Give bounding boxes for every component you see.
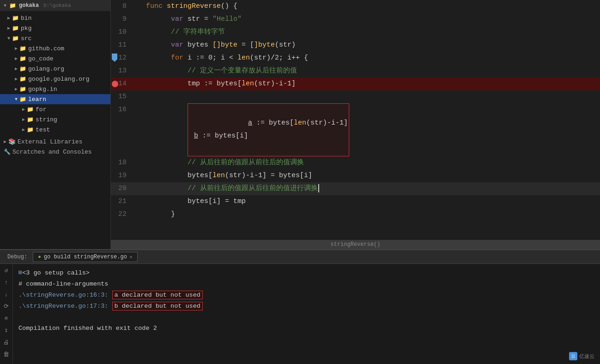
sidebar-item-gopkg[interactable]: ▶ 📁 gopkg.in	[0, 84, 110, 94]
sidebar: ▼ 📁 gokaka D:\gokaka ▶ 📁 bin ▶ 📁 pkg ▼ 📁	[0, 0, 111, 249]
folder-icon: 📁	[27, 126, 34, 133]
watermark: 云 亿速云	[569, 352, 594, 360]
editor-area: 8 func stringReverse() { 9 var str = "He…	[111, 0, 600, 249]
item-label: External Libraries	[18, 138, 82, 145]
sidebar-item-for[interactable]: ▶ 📁 for	[0, 104, 110, 114]
item-label: Scratches and Consoles	[12, 149, 92, 155]
sidebar-item-go-code[interactable]: ▶ 📁 go_code	[0, 54, 110, 64]
line-content[interactable]: }	[134, 208, 600, 221]
status-bar: stringReverse()	[111, 240, 600, 249]
error-link-1[interactable]: .\stringReverse.go:16:3:	[18, 290, 108, 301]
project-folder-icon: 📁	[9, 2, 16, 9]
toolbar-btn-print[interactable]: 🖨	[2, 338, 11, 347]
item-label: pkg	[21, 25, 31, 32]
arrow-icon: ▶	[22, 107, 25, 112]
toolbar-btn-scroll[interactable]: ↧	[2, 326, 11, 335]
toolbar-btn-restart[interactable]: ↺	[2, 266, 11, 275]
error-link-2[interactable]: .\stringReverse.go:17:3:	[18, 301, 108, 312]
console-output: ⊞<3 go setup calls> # command-line-argum…	[13, 264, 600, 364]
arrow-icon: ▶	[22, 127, 25, 132]
sidebar-item-golang[interactable]: ▶ 📁 golang.org	[0, 64, 110, 74]
sidebar-item-bin[interactable]: ▶ 📁 bin	[0, 13, 110, 23]
sidebar-item-learn[interactable]: ▼ 📁 learn	[0, 94, 110, 104]
line-number: 10	[111, 26, 134, 39]
line-number: 14	[111, 78, 134, 90]
debug-panel: Debug: ● go build stringReverse.go ✕ ↺ ↑…	[0, 249, 600, 364]
folder-icon: 📁	[19, 66, 26, 72]
line-content[interactable]: // 定义一个变量存放从后往前的值	[134, 65, 600, 78]
item-label: google.golang.org	[28, 76, 90, 83]
debug-tab-go-build[interactable]: ● go build stringReverse.go ✕	[33, 252, 138, 262]
sidebar-item-github[interactable]: ▶ 📁 github.com	[0, 43, 110, 54]
item-label: golang.org	[28, 66, 64, 72]
line-content[interactable]: for i := 0; i < len(str)/2; i++ {	[134, 52, 600, 65]
item-label: gopkg.in	[28, 86, 57, 93]
folder-icon: 📁	[19, 96, 26, 103]
main-area: ▼ 📁 gokaka D:\gokaka ▶ 📁 bin ▶ 📁 pkg ▼ 📁	[0, 0, 600, 249]
sidebar-item-external-libraries[interactable]: ▶ 📚 External Libraries	[0, 137, 110, 147]
watermark-icon-text: 云	[571, 353, 576, 359]
console-line-comment: # command-line-arguments	[18, 279, 594, 290]
table-row: 14 tmp := bytes[len(str)-i-1]	[111, 78, 600, 90]
table-row: 11 var bytes []byte = []byte(str)	[111, 39, 600, 52]
sidebar-item-test[interactable]: ▶ 📁 test	[0, 125, 110, 135]
line-number: 16	[111, 103, 134, 156]
line-content[interactable]: bytes[len(str)-i-1] = bytes[i]	[134, 169, 600, 182]
error-msg-2: b declared but not used	[108, 301, 202, 312]
folder-icon: 📁	[12, 35, 19, 42]
sidebar-item-pkg[interactable]: ▶ 📁 pkg	[0, 23, 110, 33]
file-tree: ▶ 📁 bin ▶ 📁 pkg ▼ 📁 src ▶ 📁 github.com	[0, 11, 110, 159]
folder-icon: 📁	[19, 76, 26, 83]
scratches-icon: 🔧	[4, 149, 11, 155]
item-label: github.com	[28, 45, 64, 52]
toolbar-btn-delete[interactable]: 🗑	[2, 350, 11, 359]
folder-icon: 📁	[12, 25, 19, 32]
item-label: learn	[28, 96, 46, 103]
console-line-finish: Compilation finished with exit code 2	[18, 323, 594, 334]
toolbar-btn-up[interactable]: ↑	[2, 278, 11, 287]
arrow-icon: ▶	[15, 56, 18, 61]
arrow-icon: ▶	[22, 117, 25, 122]
breakpoint-dot	[112, 81, 118, 87]
line-content[interactable]: a := bytes[len(str)-i-1] b := bytes[i]	[134, 103, 600, 156]
line-number: 15	[111, 90, 134, 103]
line-number: 20	[111, 182, 134, 195]
arrow-icon: ▶	[15, 86, 18, 92]
line-content[interactable]: // 从后往前的值跟从前往后的值调换	[134, 156, 600, 169]
tab-label: go build stringReverse.go	[44, 254, 127, 260]
debug-label: Debug:	[4, 254, 31, 260]
toolbar-btn-down[interactable]: ↓	[2, 290, 11, 299]
close-icon[interactable]: ✕	[130, 254, 133, 260]
table-row: 22 }	[111, 208, 600, 221]
arrow-icon: ▼	[15, 97, 18, 102]
arrow-icon: ▶	[7, 25, 10, 31]
status-text: stringReverse()	[330, 241, 380, 248]
line-content[interactable]: func stringReverse() {	[134, 0, 600, 13]
line-content[interactable]	[134, 90, 600, 103]
line-content[interactable]: tmp := bytes[len(str)-i-1]	[134, 78, 600, 90]
sidebar-item-google-golang[interactable]: ▶ 📁 google.golang.org	[0, 74, 110, 84]
arrow-icon: ▶	[4, 139, 6, 144]
line-content[interactable]: var bytes []byte = []byte(str)	[134, 39, 600, 52]
item-label: go_code	[28, 55, 54, 62]
sidebar-item-string[interactable]: ▶ 📁 string	[0, 114, 110, 125]
table-row: 18 // 从后往前的值跟从前往后的值调换	[111, 156, 600, 169]
table-row: 15	[111, 90, 600, 103]
watermark-text: 亿速云	[579, 353, 594, 360]
console-line-error-1: .\stringReverse.go:16:3: a declared but …	[18, 290, 594, 301]
console-line-blank	[18, 312, 594, 323]
table-row: 12 for i := 0; i < len(str)/2; i++ {	[111, 52, 600, 65]
line-content[interactable]: bytes[i] = tmp	[134, 195, 600, 208]
line-content[interactable]: var str = "Hello"	[134, 13, 600, 26]
toolbar-btn-settings[interactable]: ≡	[2, 314, 11, 323]
arrow-icon: ▶	[7, 15, 10, 21]
table-row: 8 func stringReverse() {	[111, 0, 600, 13]
sidebar-item-scratches[interactable]: 🔧 Scratches and Consoles	[0, 147, 110, 157]
line-content[interactable]: // 字符串转字节	[134, 26, 600, 39]
code-view: 8 func stringReverse() { 9 var str = "He…	[111, 0, 600, 240]
arrow-icon: ▶	[15, 66, 18, 72]
sidebar-item-src[interactable]: ▼ 📁 src	[0, 33, 110, 43]
line-content[interactable]: // 从前往后的值跟从后往前的值进行调换	[134, 182, 600, 195]
toolbar-btn-filter[interactable]: ⟳	[2, 302, 11, 311]
folder-icon: 📁	[19, 45, 26, 52]
